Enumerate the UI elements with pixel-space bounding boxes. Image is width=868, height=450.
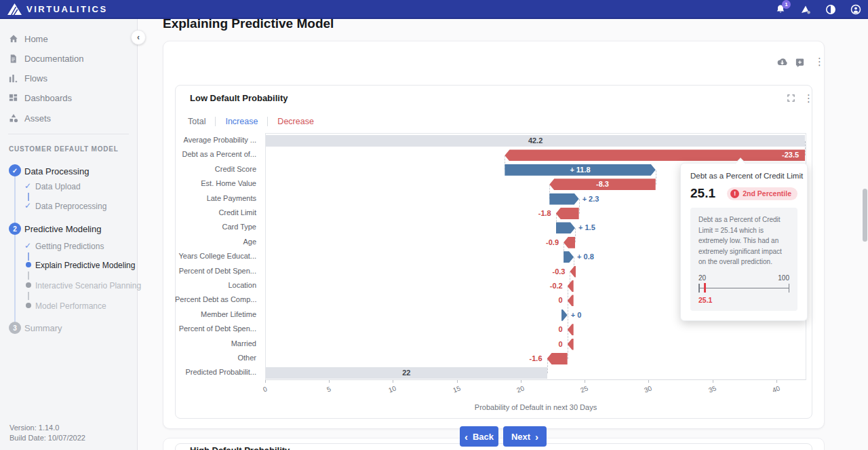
- category-label: Years College Educat...: [175, 249, 256, 263]
- waterfall-connector: [568, 330, 568, 344]
- axis-tick: [329, 380, 330, 383]
- waterfall-connector: [568, 301, 568, 315]
- workflow-section-header: CUSTOMER DEFAULT MODEL: [9, 145, 119, 153]
- range-min-label: 20: [698, 274, 706, 282]
- axis-tick-label: 20: [515, 384, 525, 394]
- cloud-download-icon[interactable]: [776, 58, 789, 67]
- substep-interactive-scenario-planning[interactable]: Interactive Scenario Planning: [35, 281, 141, 290]
- waterfall-bar[interactable]: [564, 237, 575, 248]
- add-annotation-icon[interactable]: [795, 58, 805, 68]
- waterfall-bar[interactable]: [568, 339, 574, 350]
- sidebar-item-home[interactable]: Home: [0, 31, 138, 47]
- bar-value-label: + 11.8: [505, 164, 655, 176]
- bar-value-label: 0: [559, 339, 563, 350]
- step-3-circle[interactable]: 3: [9, 322, 21, 334]
- sidebar-item-label: Assets: [24, 113, 51, 124]
- waterfall-bar[interactable]: [556, 208, 579, 219]
- range-track: [698, 288, 789, 289]
- percentile-badge-label: 2nd Percentile: [743, 189, 791, 198]
- bar-value-label: -8.3: [549, 179, 655, 190]
- alert-icon: !: [730, 189, 739, 198]
- substep-explain-predictive-modeling[interactable]: Explain Predictive Modeling: [35, 261, 135, 270]
- substep-data-upload[interactable]: Data Upload: [35, 182, 81, 191]
- bar-value-label: -0.3: [553, 266, 566, 278]
- kebab-menu-icon[interactable]: ⋮: [814, 57, 825, 67]
- logo-text: VIRTUALITICS: [26, 4, 108, 14]
- bar-value-label: -0.2: [550, 280, 563, 292]
- waterfall-bar[interactable]: [556, 222, 575, 233]
- sidebar-collapse-button[interactable]: ‹: [131, 30, 146, 45]
- tooltip-description: Debt as a Percent of Credit Limit = 25.1…: [698, 214, 789, 267]
- stepper-connector-line: [14, 176, 16, 322]
- tooltip-description-box: Debt as a Percent of Credit Limit = 25.1…: [690, 208, 797, 311]
- step-predictive-modeling[interactable]: Predictive Modeling: [24, 224, 101, 234]
- category-labels: Average Probability ...Debt as a Percent…: [175, 133, 263, 380]
- sidebar-item-documentation[interactable]: Documentation: [0, 50, 138, 67]
- step-summary[interactable]: Summary: [24, 323, 62, 333]
- sidebar-item-flows[interactable]: Flows: [0, 70, 138, 86]
- bar-value-label: + 2.3: [583, 193, 599, 205]
- card-kebab-menu-icon[interactable]: ⋮: [804, 94, 814, 103]
- logo-triangle-icon: [7, 2, 22, 16]
- back-button[interactable]: ‹ Back: [460, 426, 498, 447]
- waterfall-connector: [568, 344, 568, 358]
- high-default-card-title: High Default Probability: [190, 445, 290, 450]
- category-label: Est. Home Value: [175, 176, 256, 191]
- tab-decrease[interactable]: Decrease: [277, 117, 314, 126]
- waterfall-bar[interactable]: [564, 251, 574, 263]
- tab-increase[interactable]: Increase: [225, 117, 258, 126]
- waterfall-bar[interactable]: [547, 353, 568, 364]
- substep-connector: [28, 292, 29, 300]
- shapes-icon: [8, 113, 19, 124]
- waterfall-connector: [547, 359, 548, 373]
- waterfall-bar[interactable]: [568, 295, 574, 306]
- notifications-bell-icon[interactable]: 1: [774, 3, 787, 16]
- substep-model-performance[interactable]: Model Performance: [35, 301, 106, 311]
- next-button[interactable]: Next ›: [503, 426, 547, 447]
- step-2-circle[interactable]: 2: [9, 223, 21, 235]
- percentile-badge: ! 2nd Percentile: [727, 187, 797, 200]
- waterfall-bar[interactable]: [570, 266, 576, 278]
- feature-tooltip: Debt as a Percent of Credit Limit 25.1 !…: [680, 163, 808, 321]
- notification-count-badge: 1: [782, 0, 791, 9]
- account-icon[interactable]: [849, 3, 863, 16]
- axis-tick: [585, 380, 585, 383]
- axis-tick-label: 40: [771, 384, 781, 394]
- substep-data-preprocessing[interactable]: Data Preprocessing: [35, 202, 106, 211]
- theme-toggle-icon[interactable]: [824, 3, 837, 16]
- bar-value-label: -23.5: [505, 149, 799, 161]
- next-button-label: Next: [511, 432, 530, 442]
- sidebar-item-dashboards[interactable]: Dashboards: [0, 90, 138, 106]
- waterfall-bar[interactable]: [568, 324, 574, 335]
- check-icon: ✓: [24, 201, 31, 210]
- fullscreen-icon[interactable]: [787, 94, 795, 102]
- axis-tick-label: 10: [388, 384, 397, 394]
- bar-value-label: -0.9: [546, 237, 559, 248]
- category-label: Percent of Debt Spen...: [175, 322, 256, 336]
- tooltip-title: Debt as a Percent of Credit Limit: [690, 172, 797, 180]
- step-1-circle[interactable]: ✓: [9, 164, 21, 176]
- waterfall-connector: [568, 316, 568, 330]
- waterfall-connector: [575, 228, 576, 242]
- substep-getting-predictions[interactable]: Getting Predictions: [35, 242, 104, 251]
- bar-chart-icon: [8, 73, 18, 83]
- axis-tick: [265, 380, 266, 383]
- axis-tick-label: 15: [452, 384, 461, 394]
- category-label: Percent Debt as Comp...: [175, 293, 256, 307]
- range-end-tick: [789, 284, 790, 293]
- tab-total[interactable]: Total: [188, 117, 205, 126]
- substep-connector: [28, 193, 29, 201]
- category-label: Debt as a Percent of...: [175, 147, 256, 162]
- virtualitics-ai-icon[interactable]: [799, 3, 812, 16]
- sidebar-item-assets[interactable]: Assets: [0, 110, 138, 126]
- app-bar: VIRTUALITICS 1: [0, 0, 868, 19]
- waterfall-connector: [568, 286, 568, 301]
- step-data-processing[interactable]: Data Processing: [24, 166, 89, 176]
- sidebar: Home Documentation Flows Dashboards Asse…: [0, 19, 138, 450]
- axis-tick-label: 30: [644, 384, 653, 394]
- waterfall-bar[interactable]: [561, 310, 568, 321]
- waterfall-bar[interactable]: [549, 193, 578, 205]
- sidebar-item-label: Dashboards: [24, 93, 72, 103]
- page-scrollbar-thumb[interactable]: [863, 189, 867, 242]
- low-default-card-title: Low Default Probability: [190, 93, 288, 103]
